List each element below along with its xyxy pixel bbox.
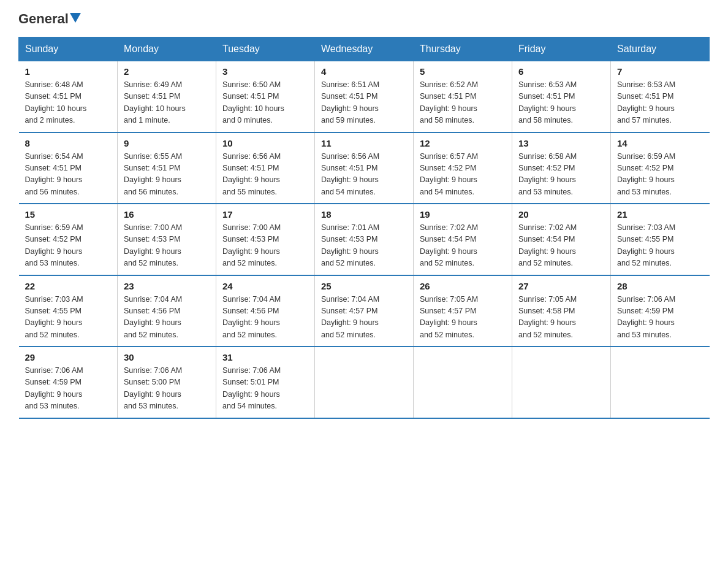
day-number: 28	[617, 281, 703, 291]
calendar-cell: 5 Sunrise: 6:52 AMSunset: 4:51 PMDayligh…	[414, 61, 512, 132]
day-info: Sunrise: 6:56 AMSunset: 4:51 PMDaylight:…	[321, 151, 407, 199]
calendar-cell: 26 Sunrise: 7:05 AMSunset: 4:57 PMDaylig…	[414, 275, 512, 347]
day-number: 5	[420, 66, 506, 77]
calendar-cell: 22 Sunrise: 7:03 AMSunset: 4:55 PMDaylig…	[19, 275, 118, 347]
day-number: 30	[124, 352, 210, 362]
calendar-cell: 20 Sunrise: 7:02 AMSunset: 4:54 PMDaylig…	[512, 204, 611, 275]
svg-marker-0	[70, 13, 81, 23]
day-info: Sunrise: 6:57 AMSunset: 4:52 PMDaylight:…	[420, 151, 506, 199]
logo-general: General	[18, 12, 69, 26]
day-info: Sunrise: 6:59 AMSunset: 4:52 PMDaylight:…	[25, 222, 112, 270]
day-number: 3	[222, 66, 308, 77]
calendar-cell: 8 Sunrise: 6:54 AMSunset: 4:51 PMDayligh…	[19, 132, 118, 204]
calendar-cell: 4 Sunrise: 6:51 AMSunset: 4:51 PMDayligh…	[315, 61, 414, 132]
day-number: 18	[321, 209, 407, 220]
day-info: Sunrise: 7:02 AMSunset: 4:54 PMDaylight:…	[518, 222, 604, 270]
calendar-week-row: 22 Sunrise: 7:03 AMSunset: 4:55 PMDaylig…	[19, 275, 710, 347]
calendar-cell: 11 Sunrise: 6:56 AMSunset: 4:51 PMDaylig…	[315, 132, 414, 204]
calendar-cell: 24 Sunrise: 7:04 AMSunset: 4:56 PMDaylig…	[216, 275, 315, 347]
day-number: 29	[25, 352, 112, 362]
header-thursday: Thursday	[414, 37, 512, 61]
calendar-cell	[315, 347, 414, 418]
day-info: Sunrise: 7:00 AMSunset: 4:53 PMDaylight:…	[124, 222, 210, 270]
day-number: 31	[222, 352, 308, 362]
day-info: Sunrise: 6:56 AMSunset: 4:51 PMDaylight:…	[222, 151, 308, 199]
header-monday: Monday	[118, 37, 216, 61]
calendar-cell: 23 Sunrise: 7:04 AMSunset: 4:56 PMDaylig…	[118, 275, 216, 347]
day-number: 1	[25, 66, 112, 77]
calendar-cell	[414, 347, 512, 418]
day-number: 20	[518, 209, 604, 220]
calendar-cell: 31 Sunrise: 7:06 AMSunset: 5:01 PMDaylig…	[216, 347, 315, 418]
logo: General	[18, 12, 81, 26]
day-number: 27	[518, 281, 604, 291]
calendar-cell: 15 Sunrise: 6:59 AMSunset: 4:52 PMDaylig…	[19, 204, 118, 275]
day-number: 14	[617, 138, 703, 148]
day-number: 24	[222, 281, 308, 291]
day-info: Sunrise: 7:06 AMSunset: 5:01 PMDaylight:…	[222, 365, 308, 413]
calendar-cell: 27 Sunrise: 7:05 AMSunset: 4:58 PMDaylig…	[512, 275, 611, 347]
header-saturday: Saturday	[611, 37, 710, 61]
day-info: Sunrise: 7:03 AMSunset: 4:55 PMDaylight:…	[617, 222, 703, 270]
day-number: 21	[617, 209, 703, 220]
day-info: Sunrise: 7:03 AMSunset: 4:55 PMDaylight:…	[25, 294, 112, 342]
calendar-cell: 18 Sunrise: 7:01 AMSunset: 4:53 PMDaylig…	[315, 204, 414, 275]
calendar-cell	[512, 347, 611, 418]
day-info: Sunrise: 7:06 AMSunset: 4:59 PMDaylight:…	[617, 294, 703, 342]
calendar-cell: 3 Sunrise: 6:50 AMSunset: 4:51 PMDayligh…	[216, 61, 315, 132]
calendar-week-row: 8 Sunrise: 6:54 AMSunset: 4:51 PMDayligh…	[19, 132, 710, 204]
calendar-cell: 21 Sunrise: 7:03 AMSunset: 4:55 PMDaylig…	[611, 204, 710, 275]
day-number: 22	[25, 281, 112, 291]
calendar-cell: 2 Sunrise: 6:49 AMSunset: 4:51 PMDayligh…	[118, 61, 216, 132]
calendar-cell: 7 Sunrise: 6:53 AMSunset: 4:51 PMDayligh…	[611, 61, 710, 132]
day-info: Sunrise: 6:58 AMSunset: 4:52 PMDaylight:…	[518, 151, 604, 199]
header-tuesday: Tuesday	[216, 37, 315, 61]
calendar-cell: 1 Sunrise: 6:48 AMSunset: 4:51 PMDayligh…	[19, 61, 118, 132]
day-info: Sunrise: 7:05 AMSunset: 4:58 PMDaylight:…	[518, 294, 604, 342]
day-number: 17	[222, 209, 308, 220]
day-info: Sunrise: 7:05 AMSunset: 4:57 PMDaylight:…	[420, 294, 506, 342]
day-info: Sunrise: 7:04 AMSunset: 4:57 PMDaylight:…	[321, 294, 407, 342]
page-header: General	[18, 12, 710, 26]
calendar-week-row: 29 Sunrise: 7:06 AMSunset: 4:59 PMDaylig…	[19, 347, 710, 418]
day-number: 2	[124, 66, 210, 77]
day-number: 13	[518, 138, 604, 148]
calendar-cell: 17 Sunrise: 7:00 AMSunset: 4:53 PMDaylig…	[216, 204, 315, 275]
day-number: 16	[124, 209, 210, 220]
day-number: 11	[321, 138, 407, 148]
header-wednesday: Wednesday	[315, 37, 414, 61]
day-number: 7	[617, 66, 703, 77]
calendar-cell	[611, 347, 710, 418]
header-sunday: Sunday	[19, 37, 118, 61]
day-info: Sunrise: 6:55 AMSunset: 4:51 PMDaylight:…	[124, 151, 210, 199]
calendar-cell: 9 Sunrise: 6:55 AMSunset: 4:51 PMDayligh…	[118, 132, 216, 204]
day-info: Sunrise: 7:02 AMSunset: 4:54 PMDaylight:…	[420, 222, 506, 270]
calendar-cell: 30 Sunrise: 7:06 AMSunset: 5:00 PMDaylig…	[118, 347, 216, 418]
day-info: Sunrise: 7:06 AMSunset: 5:00 PMDaylight:…	[124, 365, 210, 413]
calendar-header-row: SundayMondayTuesdayWednesdayThursdayFrid…	[19, 37, 710, 61]
calendar-table: SundayMondayTuesdayWednesdayThursdayFrid…	[18, 37, 710, 419]
logo-triangle-icon	[70, 13, 81, 24]
header-friday: Friday	[512, 37, 611, 61]
day-number: 23	[124, 281, 210, 291]
day-number: 25	[321, 281, 407, 291]
calendar-cell: 10 Sunrise: 6:56 AMSunset: 4:51 PMDaylig…	[216, 132, 315, 204]
day-number: 10	[222, 138, 308, 148]
calendar-cell: 29 Sunrise: 7:06 AMSunset: 4:59 PMDaylig…	[19, 347, 118, 418]
day-info: Sunrise: 6:53 AMSunset: 4:51 PMDaylight:…	[518, 79, 604, 127]
day-info: Sunrise: 7:00 AMSunset: 4:53 PMDaylight:…	[222, 222, 308, 270]
day-info: Sunrise: 7:06 AMSunset: 4:59 PMDaylight:…	[25, 365, 112, 413]
day-info: Sunrise: 7:04 AMSunset: 4:56 PMDaylight:…	[124, 294, 210, 342]
day-info: Sunrise: 6:53 AMSunset: 4:51 PMDaylight:…	[617, 79, 703, 127]
day-number: 19	[420, 209, 506, 220]
day-number: 8	[25, 138, 112, 148]
day-info: Sunrise: 7:01 AMSunset: 4:53 PMDaylight:…	[321, 222, 407, 270]
calendar-cell: 6 Sunrise: 6:53 AMSunset: 4:51 PMDayligh…	[512, 61, 611, 132]
calendar-cell: 19 Sunrise: 7:02 AMSunset: 4:54 PMDaylig…	[414, 204, 512, 275]
calendar-cell: 28 Sunrise: 7:06 AMSunset: 4:59 PMDaylig…	[611, 275, 710, 347]
day-info: Sunrise: 6:52 AMSunset: 4:51 PMDaylight:…	[420, 79, 506, 127]
calendar-cell: 25 Sunrise: 7:04 AMSunset: 4:57 PMDaylig…	[315, 275, 414, 347]
calendar-week-row: 1 Sunrise: 6:48 AMSunset: 4:51 PMDayligh…	[19, 61, 710, 132]
day-number: 6	[518, 66, 604, 77]
day-number: 4	[321, 66, 407, 77]
